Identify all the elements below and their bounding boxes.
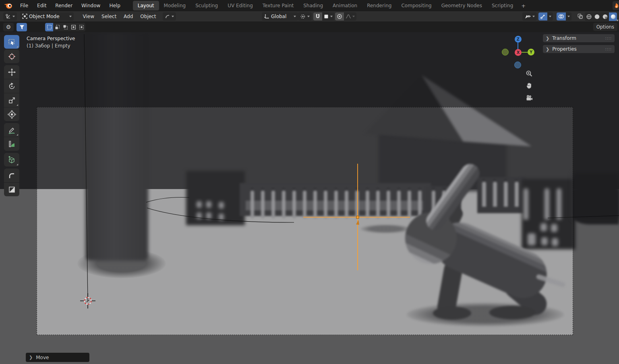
- sidebar-tab-properties[interactable]: ❯ Properties ::::: [543, 45, 615, 53]
- tab-scripting[interactable]: Scripting: [487, 1, 518, 10]
- gizmo-x-positive[interactable]: X: [515, 49, 522, 56]
- tool-corner[interactable]: [4, 169, 19, 182]
- select-mode-intersect[interactable]: [77, 23, 85, 31]
- tool-settings-header: ⚙ Options: [0, 22, 619, 32]
- chevron-down-icon: [69, 16, 72, 17]
- sidebar-tab-transform[interactable]: ❯ Transform ::::: [543, 34, 615, 42]
- corner-arc-icon: [8, 171, 16, 180]
- menu-window[interactable]: Window: [77, 1, 105, 10]
- gizmos-toggle[interactable]: [538, 12, 547, 21]
- mode-selector[interactable]: Object Mode: [20, 12, 74, 21]
- menu-help[interactable]: Help: [105, 1, 124, 10]
- select-mode-group: [45, 23, 85, 31]
- shading-material-button[interactable]: [601, 12, 609, 21]
- select-mode-invert[interactable]: [69, 23, 77, 31]
- select-mode-set[interactable]: [45, 23, 53, 31]
- menu-object[interactable]: Object: [137, 12, 159, 21]
- menu-file[interactable]: File: [16, 1, 33, 10]
- tab-modeling[interactable]: Modeling: [159, 1, 191, 10]
- gizmo-y-positive[interactable]: Y: [528, 49, 534, 56]
- tool-add-cube[interactable]: [4, 153, 19, 167]
- menu-add[interactable]: Add: [120, 12, 137, 21]
- sidebar-tab-label: Properties: [552, 46, 577, 52]
- tool-rotate[interactable]: [4, 79, 19, 93]
- menu-edit[interactable]: Edit: [33, 1, 51, 10]
- axis-gizmo[interactable]: Z X Y: [498, 34, 538, 70]
- shading-rendered-button[interactable]: [609, 12, 617, 21]
- mode-selector-label: Object Mode: [29, 14, 60, 19]
- menu-view[interactable]: View: [79, 12, 98, 21]
- camera-view-button[interactable]: [524, 93, 534, 103]
- transform-orientation-dropdown[interactable]: Global: [262, 12, 298, 21]
- editor-type-dropdown[interactable]: [3, 12, 17, 21]
- viewport-3d[interactable]: Camera Perspective (1) Забор | Empty: [0, 32, 619, 364]
- zoom-button[interactable]: [524, 69, 534, 78]
- tool-cursor[interactable]: [4, 49, 19, 63]
- chevron-down-icon: [330, 16, 333, 17]
- tab-uv-editing[interactable]: UV Editing: [223, 1, 258, 10]
- operator-panel-label: Move: [36, 355, 49, 360]
- scene-collection-label: (1) Забор | Empty: [27, 43, 70, 49]
- filter-button[interactable]: [17, 23, 27, 31]
- tab-texture-paint[interactable]: Texture Paint: [258, 1, 298, 10]
- chevron-right-icon: ❯: [546, 36, 549, 41]
- viewport-header: Object Mode View Select Add Object Globa…: [0, 11, 619, 22]
- grip-dots-icon: ::::: [605, 47, 612, 51]
- xray-toggle[interactable]: [575, 12, 585, 21]
- shading-solid-button[interactable]: [593, 12, 601, 21]
- chevron-down-icon: [307, 16, 310, 17]
- active-tool-dropdown[interactable]: [163, 12, 176, 21]
- tab-sculpting[interactable]: Sculpting: [190, 1, 223, 10]
- tab-geometry-nodes[interactable]: Geometry Nodes: [437, 1, 487, 10]
- menu-render[interactable]: Render: [51, 1, 77, 10]
- pan-button[interactable]: [524, 81, 534, 90]
- gizmos-dropdown[interactable]: [547, 12, 553, 21]
- pivot-point-dropdown[interactable]: [298, 12, 312, 21]
- proportional-falloff-dropdown[interactable]: [344, 12, 356, 21]
- tool-transform[interactable]: [4, 107, 19, 121]
- menu-select[interactable]: Select: [98, 12, 120, 21]
- overlays-group: [557, 12, 571, 21]
- snap-toggle[interactable]: [313, 12, 322, 21]
- magnet-icon: [315, 14, 321, 19]
- topbar-clipped-button[interactable]: [613, 1, 619, 10]
- flame-icon: [614, 2, 619, 9]
- snap-target-dropdown[interactable]: [322, 12, 334, 21]
- proportional-edit-toggle[interactable]: [335, 12, 344, 21]
- visibility-eye-icon: [524, 14, 531, 19]
- tool-annotate[interactable]: [4, 123, 19, 137]
- overlays-dropdown[interactable]: [566, 12, 571, 21]
- snapping-group: [313, 12, 334, 21]
- select-mode-extend[interactable]: [53, 23, 61, 31]
- tab-animation[interactable]: Animation: [328, 1, 362, 10]
- editor-3d-viewport-icon: [5, 14, 11, 19]
- gizmo-y-negative[interactable]: [502, 49, 509, 56]
- operator-panel-move[interactable]: ❯ Move: [26, 353, 89, 362]
- chevron-right-icon: ❯: [546, 47, 549, 52]
- object-visibility-dropdown[interactable]: [522, 12, 537, 21]
- select-mode-subtract[interactable]: [61, 23, 69, 31]
- tab-compositing[interactable]: Compositing: [396, 1, 436, 10]
- tab-rendering[interactable]: Rendering: [362, 1, 396, 10]
- tool-settings-button[interactable]: ⚙: [3, 23, 14, 31]
- chevron-down-icon: [12, 16, 15, 17]
- chevron-right-icon: ❯: [29, 355, 33, 360]
- wireframe-sphere-icon: [586, 14, 592, 20]
- proportional-edit-icon: [337, 14, 342, 19]
- grip-dots-icon: ::::: [605, 36, 612, 40]
- tab-layout[interactable]: Layout: [133, 1, 159, 10]
- shading-wireframe-button[interactable]: [585, 12, 593, 21]
- tool-select-box[interactable]: [4, 35, 19, 49]
- tab-shading[interactable]: Shading: [298, 1, 328, 10]
- tool-shear[interactable]: [4, 183, 19, 196]
- tool-scale[interactable]: [4, 93, 19, 107]
- gizmo-z-positive[interactable]: Z: [515, 36, 522, 43]
- tool-measure[interactable]: [4, 137, 19, 151]
- object-mode-icon: [22, 14, 27, 19]
- add-workspace-button[interactable]: +: [518, 2, 529, 10]
- overlays-toggle[interactable]: [557, 12, 566, 21]
- tool-move[interactable]: [4, 65, 19, 79]
- measure-icon: [8, 140, 16, 148]
- options-button[interactable]: Options: [593, 23, 617, 31]
- gizmo-z-negative[interactable]: [514, 62, 521, 68]
